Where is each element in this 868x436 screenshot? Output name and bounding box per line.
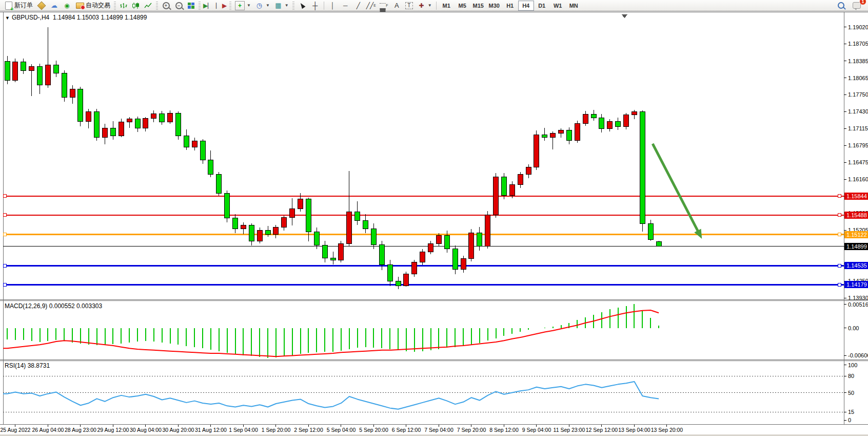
toolbar-separator: [324, 2, 324, 10]
svg-text:5 Sep 04:00: 5 Sep 04:00: [327, 427, 356, 433]
chevron-down-icon: ▼: [247, 3, 251, 8]
toolbar-grip: [156, 2, 158, 10]
text-button[interactable]: A: [390, 1, 403, 11]
zoom-in-button[interactable]: +: [160, 1, 172, 11]
arrows-button[interactable]: ✚▼: [415, 1, 434, 11]
svg-text:1 Sep 04:00: 1 Sep 04:00: [229, 427, 258, 433]
svg-text:80: 80: [848, 373, 854, 379]
rsi-value: 38.8731: [28, 362, 50, 369]
svg-text:1.14899: 1.14899: [846, 243, 867, 250]
tf-h1[interactable]: H1: [502, 1, 518, 11]
indicators-button[interactable]: +▼: [233, 1, 253, 11]
svg-text:29 Aug 12:00: 29 Aug 12:00: [97, 427, 129, 433]
candlestick-icon: [132, 2, 140, 9]
crosshair-button[interactable]: ┼: [309, 1, 322, 11]
horizontal-line-icon: ─: [341, 2, 350, 10]
macd-axis: 0.0051660.00-0.006064: [844, 301, 868, 358]
channel-button[interactable]: ╱╱E: [365, 1, 378, 11]
macd-signal-line: [3, 310, 659, 356]
channel-icon: ╱╱E: [367, 2, 376, 10]
svg-text:1.17750: 1.17750: [848, 91, 868, 98]
zoom-in-icon: +: [162, 2, 170, 10]
clock-icon: ◷: [255, 2, 264, 10]
horizontal-lines[interactable]: [3, 196, 844, 285]
community-button[interactable]: ☁: [48, 1, 61, 11]
new-order-button[interactable]: + 新订单: [2, 1, 35, 11]
chart-shift-marker[interactable]: [621, 14, 627, 18]
collapse-icon[interactable]: ▼: [5, 15, 10, 21]
svg-text:1.14179: 1.14179: [846, 281, 867, 288]
svg-text:1.13930: 1.13930: [848, 295, 868, 301]
chart-canvas[interactable]: 1.190201.187051.183851.180651.177501.174…: [0, 12, 868, 436]
tf-m15[interactable]: M15: [470, 1, 486, 11]
chart-shift-button[interactable]: ⎸▶: [215, 1, 228, 11]
paintbrush-icon: [37, 2, 46, 10]
symbol-label: GBPUSD-,H4: [12, 14, 49, 21]
periods-button[interactable]: ◷▼: [253, 1, 272, 11]
auto-trading-icon: [75, 2, 84, 10]
toolbar-grip: [229, 2, 231, 10]
svg-text:-0.006064: -0.006064: [848, 352, 868, 358]
horizontal-line-button[interactable]: ─: [339, 1, 352, 11]
svg-text:15: 15: [848, 409, 854, 415]
cursor-button[interactable]: [296, 1, 309, 11]
trend-arrow-annotation[interactable]: [653, 144, 702, 239]
svg-text:0.005166: 0.005166: [848, 301, 868, 308]
line-labels: 1.158441.154881.151221.148991.145351.141…: [4, 193, 868, 289]
chart-title: ▼GBPUSD-,H4 1.14984 1.15003 1.14899 1.14…: [5, 14, 147, 21]
tf-h4[interactable]: H4: [518, 1, 534, 11]
auto-trading-button[interactable]: 自动交易: [73, 1, 112, 11]
signals-button[interactable]: ◉: [61, 1, 73, 11]
templates-button[interactable]: ▦▼: [272, 1, 291, 11]
auto-scroll-button[interactable]: ▶⎸: [202, 1, 215, 11]
tf-m30[interactable]: M30: [486, 1, 502, 11]
svg-text:30 Aug 20:00: 30 Aug 20:00: [163, 427, 194, 433]
svg-text:0.00: 0.00: [848, 325, 859, 331]
tf-mn[interactable]: MN: [566, 1, 582, 11]
tf-d1[interactable]: D1: [534, 1, 550, 11]
zoom-out-button[interactable]: −: [172, 1, 185, 11]
svg-text:12 Sep 12:00: 12 Sep 12:00: [586, 427, 618, 433]
line-chart-button[interactable]: [142, 1, 154, 11]
bar-chart-button[interactable]: [117, 1, 130, 11]
auto-trading-label: 自动交易: [86, 1, 110, 10]
cloud-icon: ☁: [50, 2, 58, 10]
search-button[interactable]: [836, 1, 846, 11]
fibonacci-button[interactable]: F: [378, 1, 390, 11]
rsi-line: [3, 382, 659, 409]
tile-windows-button[interactable]: [185, 1, 197, 11]
date-axis: 25 Aug 202226 Aug 04:0028 Aug 23:0029 Au…: [0, 425, 683, 433]
candlestick-button[interactable]: [130, 1, 142, 11]
line-chart-icon: [144, 2, 152, 9]
search-icon: [838, 2, 844, 9]
zoom-out-icon: −: [174, 2, 183, 10]
tf-w1[interactable]: W1: [550, 1, 566, 11]
svg-text:13 Sep 04:00: 13 Sep 04:00: [618, 427, 650, 433]
macd-histogram: [7, 304, 659, 357]
styler-button[interactable]: [35, 1, 48, 11]
template-icon: ▦: [274, 2, 283, 10]
trendline-button[interactable]: ╱: [352, 1, 365, 11]
chevron-down-icon: ▼: [428, 3, 432, 8]
svg-text:7 Sep 20:00: 7 Sep 20:00: [457, 427, 486, 433]
svg-text:1.16795: 1.16795: [848, 142, 868, 148]
svg-text:13 Sep 20:00: 13 Sep 20:00: [651, 427, 683, 433]
notifications-button[interactable]: 1: [851, 1, 863, 11]
vertical-line-button[interactable]: │: [326, 1, 339, 11]
tf-m5[interactable]: M5: [455, 1, 470, 11]
trendline-icon: ╱: [354, 2, 363, 10]
toolbar-grip: [114, 2, 116, 10]
tf-m1[interactable]: M1: [439, 1, 455, 11]
svg-text:25 Aug 2022: 25 Aug 2022: [0, 427, 30, 433]
rsi-name: RSI(14): [5, 362, 26, 369]
toolbar-right: 1: [836, 1, 868, 11]
fibonacci-icon: F: [380, 2, 388, 10]
svg-text:11 Sep 23:00: 11 Sep 23:00: [554, 427, 585, 433]
svg-text:5 Sep 20:00: 5 Sep 20:00: [359, 427, 388, 433]
svg-text:7 Sep 04:00: 7 Sep 04:00: [424, 427, 453, 433]
svg-text:9 Sep 04:00: 9 Sep 04:00: [522, 427, 551, 433]
text-label-button[interactable]: T: [403, 1, 415, 11]
toolbar-grip: [199, 2, 201, 10]
svg-text:31 Aug 12:00: 31 Aug 12:00: [195, 427, 227, 433]
new-order-label: 新订单: [14, 1, 33, 10]
